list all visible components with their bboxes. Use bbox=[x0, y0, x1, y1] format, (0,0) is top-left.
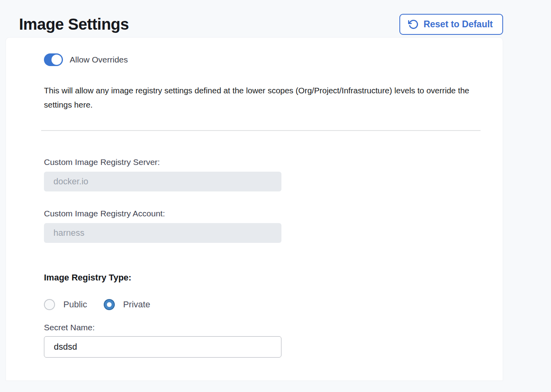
section-divider bbox=[41, 130, 481, 131]
radio-option-public[interactable]: Public bbox=[44, 299, 87, 310]
page-header: Image Settings Reset to Default bbox=[0, 0, 551, 37]
radio-circle-private[interactable] bbox=[104, 299, 115, 310]
allow-overrides-toggle[interactable] bbox=[44, 53, 63, 66]
settings-card: Allow Overrides This will allow any imag… bbox=[6, 37, 503, 381]
secret-field-label: Secret Name: bbox=[44, 322, 503, 333]
allow-overrides-row: Allow Overrides bbox=[44, 53, 503, 66]
radio-label-private: Private bbox=[123, 299, 150, 310]
toggle-knob bbox=[51, 55, 62, 65]
server-input[interactable] bbox=[44, 172, 281, 191]
reset-button-label: Reset to Default bbox=[424, 20, 493, 29]
radio-option-private[interactable]: Private bbox=[104, 299, 150, 310]
server-field-label: Custom Image Registry Server: bbox=[44, 157, 503, 167]
radio-circle-public[interactable] bbox=[44, 299, 55, 310]
overrides-description: This will allow any image registry setti… bbox=[44, 83, 485, 112]
allow-overrides-label: Allow Overrides bbox=[70, 55, 128, 64]
secret-name-input[interactable] bbox=[44, 336, 281, 358]
radio-label-public: Public bbox=[63, 299, 87, 310]
reset-to-default-button[interactable]: Reset to Default bbox=[399, 14, 503, 35]
registry-type-label: Image Registry Type: bbox=[44, 273, 503, 283]
account-input[interactable] bbox=[44, 223, 281, 243]
page-title: Image Settings bbox=[19, 15, 129, 33]
account-field-label: Custom Image Registry Account: bbox=[44, 208, 503, 219]
rotate-ccw-icon bbox=[408, 19, 419, 30]
registry-type-radio-group: Public Private bbox=[44, 299, 503, 310]
